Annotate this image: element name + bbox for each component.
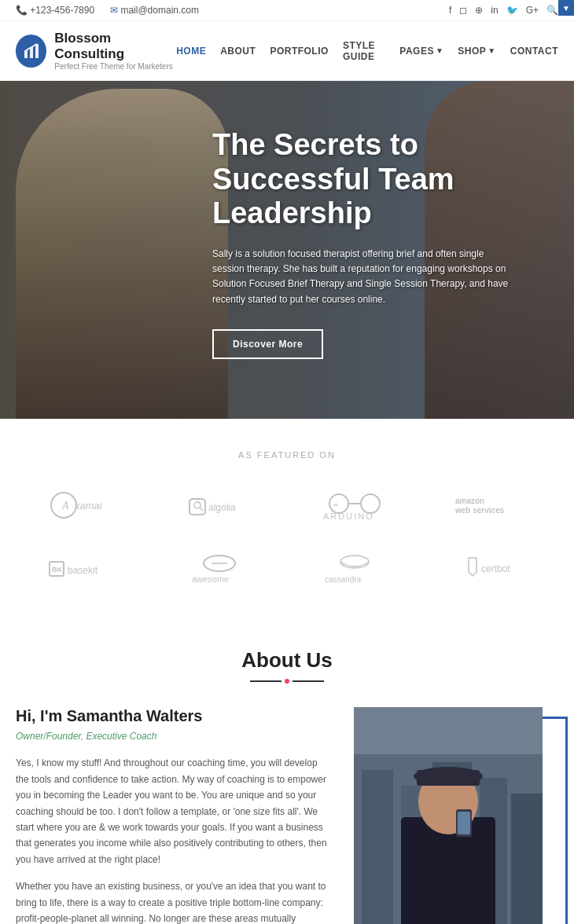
logos-grid: A kamai algolia ∞ (20, 483, 554, 593)
arduino-text: ∞ ARDUINO (319, 490, 390, 525)
svg-text:ARDUINO: ARDUINO (323, 512, 374, 521)
brand-name: Blossom Consulting (54, 31, 176, 62)
svg-rect-33 (511, 794, 543, 924)
featured-label: AS FEATURED ON (16, 450, 558, 460)
pages-caret-icon: ▼ (436, 46, 443, 55)
algolia-svg: algolia (188, 495, 251, 519)
brand-tagline: Perfect Free Theme for Marketers (54, 62, 176, 71)
title-line-left (250, 680, 281, 682)
nav-about[interactable]: ABOUT (220, 46, 256, 57)
svg-rect-29 (362, 770, 393, 924)
about-content: Hi, I'm Samantha Walters Owner/Founder, … (16, 707, 558, 924)
svg-point-11 (361, 494, 380, 513)
svg-point-7 (194, 502, 201, 508)
instagram-icon[interactable]: ◻ (459, 5, 467, 16)
facebook-icon[interactable]: f (449, 5, 451, 16)
twitter-icon[interactable]: 🐦 (506, 5, 518, 16)
about-text: Hi, I'm Samantha Walters Owner/Founder, … (16, 707, 330, 924)
email-address: mail@domain.com (120, 5, 199, 16)
about-section: About Us Hi, I'm Samantha Walters Owner/… (0, 617, 574, 924)
phone-icon: 📞 (16, 5, 28, 16)
logo-arduino: ∞ ARDUINO (291, 483, 419, 530)
nav-contact[interactable]: CONTACT (510, 46, 558, 57)
logo-akamai: A kamai (20, 483, 148, 530)
hero-title: The Secrets to Successful Team Leadershi… (212, 128, 543, 231)
title-dot (285, 679, 289, 684)
svg-rect-2 (35, 44, 39, 58)
email-icon: ✉ (110, 5, 118, 16)
about-title: About Us (16, 648, 558, 673)
algolia-text: algolia (188, 495, 251, 519)
linkedin-icon[interactable]: in (491, 5, 498, 16)
arduino-svg: ∞ ARDUINO (319, 490, 390, 525)
logo-certbot: certbot (427, 546, 555, 593)
logo-icon (16, 35, 46, 68)
logo-aws: amazon web services (427, 483, 555, 530)
top-bar: 📞 +123-456-7890 ✉ mail@domain.com f ◻ ⊕ … (0, 0, 574, 21)
svg-text:cassandra: cassandra (325, 575, 362, 584)
svg-text:algolia: algolia (208, 502, 236, 513)
person-photo (354, 707, 543, 924)
logo-awesome: awesome (156, 546, 284, 593)
about-image (354, 707, 543, 924)
svg-text:BK: BK (52, 566, 62, 574)
svg-text:∞: ∞ (333, 501, 340, 508)
svg-text:certbot: certbot (481, 563, 510, 574)
svg-text:awesome: awesome (192, 574, 229, 584)
discover-more-button[interactable]: Discover More (212, 329, 323, 359)
nav-home[interactable]: HOME (176, 46, 206, 57)
svg-text:kamai: kamai (75, 500, 103, 512)
email-info: ✉ mail@domain.com (110, 5, 199, 16)
logo-text: Blossom Consulting Perfect Free Theme fo… (54, 31, 176, 71)
svg-rect-1 (30, 47, 33, 58)
tab-arrow-icon: ▼ (562, 4, 570, 13)
person-illustration (354, 707, 543, 924)
certbot-svg: certbot (459, 556, 522, 584)
certbot-text: certbot (459, 556, 522, 584)
title-line-right (293, 680, 324, 682)
chart-icon (23, 42, 40, 60)
nav-style-guide[interactable]: STYLE GUIDE (343, 40, 385, 62)
cassandra-text: cassandra (323, 552, 386, 588)
svg-text:amazon: amazon (455, 497, 484, 505)
hero-person-left (16, 89, 228, 419)
svg-text:web services: web services (454, 506, 505, 515)
tab-indicator[interactable]: ▼ (558, 0, 574, 16)
search-icon[interactable]: 🔍 (546, 5, 558, 16)
svg-rect-37 (417, 770, 480, 786)
svg-line-8 (200, 508, 203, 511)
hero-section: The Secrets to Successful Team Leadershi… (0, 81, 574, 419)
svg-text:basekit: basekit (68, 565, 98, 576)
svg-rect-6 (189, 499, 205, 515)
aws-svg: amazon web services (451, 491, 530, 522)
hero-content: The Secrets to Successful Team Leadershi… (212, 128, 543, 359)
akamai-svg: A kamai (48, 490, 119, 521)
nav-portfolio[interactable]: PORTFOLIO (270, 46, 329, 57)
main-nav: HOME ABOUT PORTFOLIO STYLE GUIDE PAGES ▼… (176, 40, 558, 62)
about-paragraph-2: Whether you have an existing business, o… (16, 878, 330, 924)
phone-number: +123-456-7890 (30, 5, 94, 16)
nav-shop[interactable]: SHOP ▼ (458, 46, 495, 57)
site-header: Blossom Consulting Perfect Free Theme fo… (0, 21, 574, 81)
section-title: About Us (16, 648, 558, 684)
shop-caret-icon: ▼ (488, 46, 495, 55)
basekit-svg: BK basekit (48, 558, 119, 581)
logo-area: Blossom Consulting Perfect Free Theme fo… (16, 31, 176, 71)
googleplus-icon[interactable]: G+ (526, 5, 539, 16)
awesome-text: awesome (188, 552, 251, 588)
person-title: Owner/Founder, Executive Coach (16, 728, 330, 744)
aws-text: amazon web services (451, 491, 530, 522)
person-name: Hi, I'm Samantha Walters (16, 707, 330, 725)
hero-description: Sally is a solution focused therapist of… (212, 247, 511, 307)
top-bar-social: f ◻ ⊕ in 🐦 G+ 🔍 (449, 5, 558, 16)
pinterest-icon[interactable]: ⊕ (475, 5, 483, 16)
svg-rect-0 (24, 50, 28, 58)
cassandra-svg: cassandra (323, 552, 386, 588)
about-paragraph-1: Yes, I know my stuff! And throughout our… (16, 755, 330, 867)
nav-pages[interactable]: PAGES ▼ (399, 46, 443, 57)
about-image-area (354, 707, 558, 924)
top-bar-contact: 📞 +123-456-7890 ✉ mail@domain.com (16, 5, 199, 16)
svg-rect-39 (458, 812, 470, 834)
logo-algolia: algolia (156, 483, 284, 530)
logo-cassandra: cassandra (291, 546, 419, 593)
